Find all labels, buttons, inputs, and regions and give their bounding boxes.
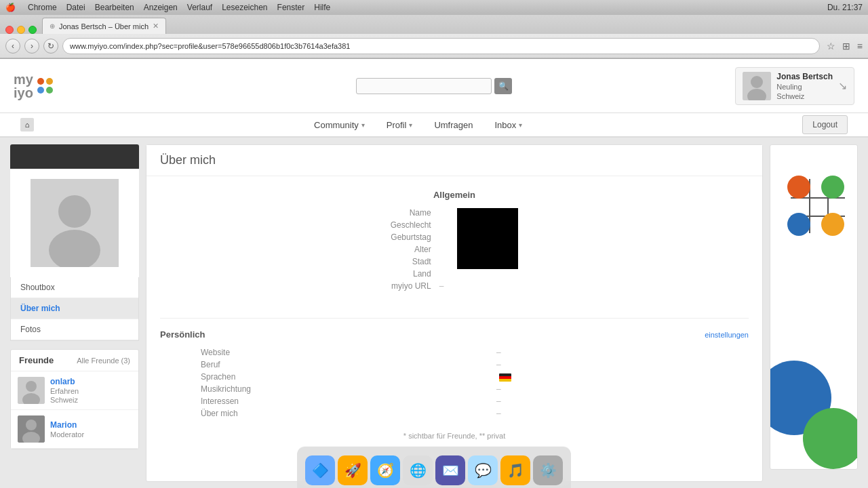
- label-land: Land: [391, 269, 431, 279]
- dock-mail-icon[interactable]: ✉️: [435, 455, 465, 485]
- dock-safari-icon[interactable]: 🧭: [370, 455, 400, 485]
- logout-button[interactable]: Logout: [802, 115, 848, 134]
- search-button[interactable]: 🔍: [494, 78, 512, 94]
- dock: 🔷 🚀 🧭 🌐 ✉️ 💬 🎵 ⚙️: [297, 446, 571, 488]
- friend-avatar-marion: [18, 415, 45, 443]
- label-interessen: Interessen: [201, 396, 239, 406]
- ad-large-green-circle: [803, 408, 858, 469]
- friend-role-onlarb: Erfahren: [50, 387, 79, 395]
- chrome-menu[interactable]: Chrome: [28, 3, 57, 12]
- nav-inbox-arrow: ▾: [519, 121, 522, 129]
- nav-umfragen[interactable]: Umfragen: [423, 113, 484, 137]
- sidebar-item-fotos[interactable]: Fotos: [11, 319, 138, 340]
- user-panel-expand-icon[interactable]: ↘: [838, 79, 847, 92]
- hilfe-menu[interactable]: Hilfe: [314, 3, 330, 12]
- nav-umfragen-label: Umfragen: [434, 120, 473, 130]
- site-header: my iyo 🔍: [0, 59, 868, 113]
- ad-content: [770, 145, 857, 469]
- datei-menu[interactable]: Datei: [66, 3, 85, 12]
- settings-link[interactable]: einstellungen: [705, 331, 749, 339]
- anzeigen-menu[interactable]: Anzeigen: [144, 3, 178, 12]
- nav-inbox-label: Inbox: [494, 120, 516, 130]
- nav-profil-label: Profil: [387, 120, 407, 130]
- forward-button[interactable]: ›: [24, 39, 39, 54]
- label-musikrichtung: Musikrichtung: [201, 384, 251, 394]
- dock-itunes-icon[interactable]: 🎵: [500, 455, 530, 485]
- sidebar-item-ueber-mich[interactable]: Über mich: [11, 298, 138, 319]
- ad-yellow-circle: [821, 213, 844, 236]
- main-layout: Shoutbox Über mich Fotos Freunde Alle Fr…: [0, 138, 868, 488]
- system-time: Du. 21:37: [827, 3, 863, 12]
- fenster-menu[interactable]: Fenster: [277, 3, 305, 12]
- bookmark-icon[interactable]: ☆: [827, 41, 835, 52]
- tab-bar: ⊕ Jonas Bertsch – Über mich ✕: [0, 15, 868, 34]
- friend-item-marion[interactable]: Marion Moderator: [11, 410, 138, 449]
- sidebar-menu: Shoutbox Über mich Fotos: [10, 277, 139, 341]
- dock-launchpad-icon[interactable]: 🚀: [338, 455, 368, 485]
- dock-messages-icon[interactable]: 💬: [468, 455, 498, 485]
- bearbeiten-menu[interactable]: Bearbeiten: [95, 3, 134, 12]
- site-logo[interactable]: my iyo: [14, 73, 53, 100]
- svg-point-4: [58, 195, 91, 228]
- friend-avatar-onlarb: [18, 377, 45, 404]
- verlauf-menu[interactable]: Verlauf: [187, 3, 212, 12]
- allgemein-info-grid: Name Geschlecht Geburtstag Alter Stadt L…: [391, 208, 444, 291]
- content-header: Über mich: [146, 145, 762, 176]
- friends-count[interactable]: Alle Freunde (3): [77, 357, 130, 365]
- maximize-window-button[interactable]: [28, 26, 37, 34]
- minimize-window-button[interactable]: [17, 26, 25, 34]
- value-myiyo-url: –: [439, 281, 444, 291]
- menu-icon[interactable]: ≡: [857, 41, 863, 52]
- user-name: Jonas Bertsch: [776, 72, 833, 81]
- label-name: Name: [391, 208, 431, 218]
- tab-close-button[interactable]: ✕: [153, 22, 159, 30]
- value-sprachen: [496, 372, 511, 382]
- dock-finder-icon[interactable]: 🔷: [305, 455, 335, 485]
- friends-header: Freunde Alle Freunde (3): [11, 350, 138, 371]
- logo-iyo: iyo: [14, 86, 33, 100]
- label-beruf: Beruf: [201, 360, 220, 369]
- friend-role-marion: Moderator: [50, 430, 84, 439]
- profile-image-section: [10, 169, 139, 277]
- traffic-lights: [5, 26, 37, 34]
- browser-nav-bar: ‹ › ↻ www.myiyo.com/index.php?sec=profil…: [0, 34, 868, 58]
- nav-community[interactable]: Community ▾: [303, 113, 376, 137]
- apple-menu[interactable]: 🍎: [5, 3, 16, 12]
- close-window-button[interactable]: [5, 26, 14, 34]
- svg-point-10: [26, 420, 37, 430]
- personal-info-grid: Website – Beruf – Sprachen Musikrichtung…: [201, 348, 749, 418]
- browser-tab[interactable]: ⊕ Jonas Bertsch – Über mich ✕: [42, 18, 166, 34]
- back-button[interactable]: ‹: [5, 39, 20, 54]
- sidebar-item-shoutbox[interactable]: Shoutbox: [11, 277, 138, 298]
- friend-name-marion[interactable]: Marion: [50, 420, 84, 430]
- apps-icon[interactable]: ⊞: [842, 41, 850, 52]
- friend-item-onlarb[interactable]: onlarb Erfahren Schweiz: [11, 371, 138, 410]
- search-input[interactable]: [356, 78, 492, 94]
- user-panel: Jonas Bertsch Neuling Schweiz ↘: [735, 67, 854, 105]
- logo-dots: [37, 78, 53, 94]
- label-alter: Alter: [391, 245, 431, 254]
- reload-button[interactable]: ↻: [43, 39, 58, 54]
- value-beruf: –: [496, 360, 501, 369]
- logo-dot-blue: [37, 87, 44, 94]
- label-myiyo-url: myiyo URL: [391, 281, 431, 291]
- value-ueber-mich: –: [496, 409, 501, 418]
- label-geschlecht: Geschlecht: [391, 220, 431, 230]
- friend-info-marion: Marion Moderator: [50, 420, 84, 439]
- friends-title: Freunde: [19, 355, 54, 365]
- friend-name-onlarb[interactable]: onlarb: [50, 377, 79, 386]
- home-nav-item[interactable]: ⌂: [20, 118, 34, 131]
- lesezeichen-menu[interactable]: Lesezeichen: [222, 3, 267, 12]
- nav-inbox[interactable]: Inbox ▾: [484, 113, 533, 137]
- right-panel: [770, 144, 858, 482]
- tab-title: Jonas Bertsch – Über mich: [59, 22, 149, 30]
- nav-community-arrow: ▾: [361, 121, 365, 129]
- dock-chrome-icon[interactable]: 🌐: [403, 455, 433, 485]
- user-location: Schweiz: [776, 92, 833, 100]
- dock-preferences-icon[interactable]: ⚙️: [533, 455, 563, 485]
- address-bar[interactable]: www.myiyo.com/index.php?sec=profile&user…: [62, 38, 820, 54]
- nav-profil[interactable]: Profil ▾: [376, 113, 424, 137]
- browser-chrome: ⊕ Jonas Bertsch – Über mich ✕ ‹ › ↻ www.…: [0, 15, 868, 59]
- profile-photo-placeholder: [457, 208, 518, 269]
- label-website: Website: [201, 348, 230, 357]
